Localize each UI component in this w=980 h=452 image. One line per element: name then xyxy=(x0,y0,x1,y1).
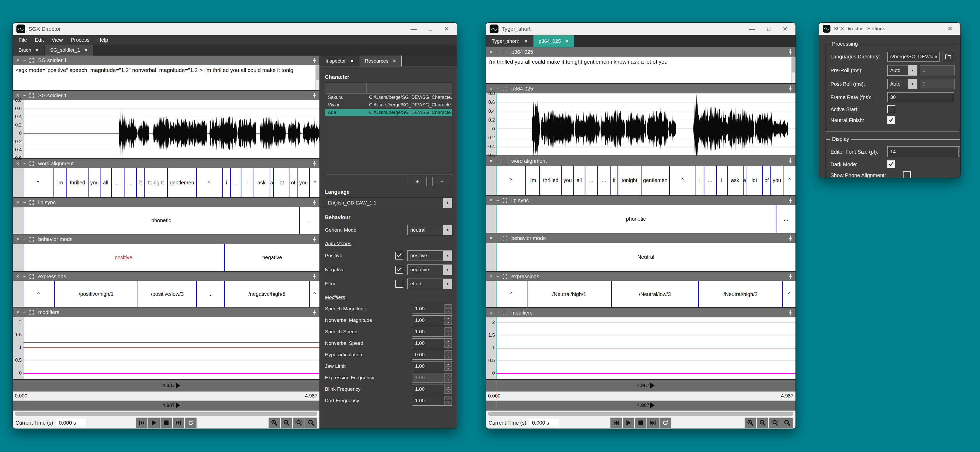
playhead[interactable] xyxy=(496,243,496,271)
skip-to-start-button[interactable] xyxy=(136,417,148,428)
character-table[interactable]: SakuraC:/Users/berge/SG_DEV/SG_Characte.… xyxy=(325,82,452,174)
modifiers-track[interactable] xyxy=(496,317,795,379)
timeline-overview-bar[interactable]: 4.987 xyxy=(486,380,795,392)
text-scrollbar-thumb[interactable] xyxy=(792,57,795,73)
close-button[interactable]: ✕ xyxy=(947,25,953,32)
segment-neutral-low-3[interactable]: /Neutral/low/3 xyxy=(611,281,698,307)
titlebar[interactable]: SGX Director - Settings ✕ xyxy=(819,23,961,35)
current-time-value[interactable]: 0.000 s xyxy=(56,419,86,427)
playhead[interactable] xyxy=(23,244,24,271)
negative-mode-select[interactable]: negative ▼ xyxy=(407,265,452,275)
document-tabs[interactable]: Batch✕SG_soldier_1✕ xyxy=(13,44,457,56)
loop-button[interactable] xyxy=(660,417,671,428)
pin-icon[interactable] xyxy=(788,198,792,203)
minimize-panel-icon[interactable]: − xyxy=(496,87,499,91)
titlebar[interactable]: Tyger_short — □ ✕ xyxy=(486,23,795,35)
close-panel-icon[interactable]: ✕ xyxy=(16,237,19,241)
close-panel-icon[interactable]: ✕ xyxy=(16,200,19,205)
segment-tonight[interactable]: tonight xyxy=(617,166,641,195)
pin-icon[interactable] xyxy=(788,86,792,92)
pin-icon[interactable] xyxy=(788,49,792,55)
pin-icon[interactable] xyxy=(312,274,316,279)
playhead[interactable] xyxy=(496,205,496,233)
segment-ask[interactable]: ask xyxy=(727,166,743,195)
effort-mode-checkbox[interactable] xyxy=(395,280,403,288)
segment-phonetic[interactable]: phonetic xyxy=(496,205,776,233)
float-panel-icon[interactable] xyxy=(30,237,34,241)
close-panel-icon[interactable]: ✕ xyxy=(16,274,19,279)
tab-close-icon[interactable]: ✕ xyxy=(35,48,39,53)
segment-i-m[interactable]: i'm xyxy=(53,168,65,197)
minimize-panel-icon[interactable]: − xyxy=(496,274,499,279)
window-tyger-short[interactable]: Tyger_short — □ ✕ Tyger_short*✕p364_025✕… xyxy=(486,22,796,429)
spin-down-icon[interactable]: ▼ xyxy=(444,344,452,348)
spin-down-icon[interactable]: ▼ xyxy=(444,378,452,382)
expressions-track[interactable]: ^/positive/high/1/positive/low/3.../nega… xyxy=(23,281,320,307)
pin-icon[interactable] xyxy=(312,236,316,242)
segment-all[interactable]: all xyxy=(100,168,111,197)
scrollbar-thumb[interactable] xyxy=(15,412,317,416)
segment-caret[interactable]: ^ xyxy=(496,166,525,195)
minimize-panel-icon[interactable]: − xyxy=(23,162,26,166)
minimize-button[interactable]: — xyxy=(749,26,755,32)
segment-gentlemen[interactable]: gentlemen xyxy=(167,168,196,197)
segment-caret[interactable]: ^ xyxy=(196,168,222,197)
spin-down-icon[interactable]: ▼ xyxy=(444,320,452,325)
spin-up-icon[interactable]: ▲ xyxy=(444,339,452,343)
character-row-vivian[interactable]: VivianC:/Users/berge/SG_DEV/SG_Characte.… xyxy=(325,101,452,109)
segment-caret[interactable]: ... xyxy=(196,281,224,307)
character-row-ada[interactable]: AdaC:/Users/berge/SG_DEV/SG_Characte... xyxy=(325,109,452,116)
pin-icon[interactable] xyxy=(312,161,316,167)
nonverbal-magnitude-stepper[interactable]: 1.00▲▼ xyxy=(412,315,452,325)
segment-you[interactable]: you xyxy=(297,168,309,197)
segment-it[interactable]: it xyxy=(611,166,617,195)
float-panel-icon[interactable] xyxy=(503,198,507,203)
language-select[interactable]: English_GB-EAW_1.1 ▼ xyxy=(325,198,452,208)
chevron-down-icon[interactable]: ▼ xyxy=(443,198,452,208)
spin-up-icon[interactable]: ▲ xyxy=(444,396,452,400)
expressions-track[interactable]: ^/Neutral/high/1/Neutral/low/3/Neutral/h… xyxy=(496,281,795,307)
expression-frequency-stepper[interactable]: 1.00▲▼ xyxy=(412,373,452,382)
spin-down-icon[interactable]: ▼ xyxy=(444,366,452,371)
script-text[interactable]: i'm thrilled you all could make it tonig… xyxy=(486,57,791,67)
segment-you[interactable]: you xyxy=(770,166,783,195)
script-text-editor[interactable]: <sgx mode="positive" speech_magnitude="1… xyxy=(13,65,315,90)
tab-close-icon[interactable]: ✕ xyxy=(84,48,88,53)
float-panel-icon[interactable] xyxy=(30,200,34,205)
modifier-curve[interactable] xyxy=(496,373,795,374)
float-panel-icon[interactable] xyxy=(503,50,507,54)
zoom-in-button[interactable] xyxy=(745,417,756,428)
editor-font-size-stepper[interactable]: 14 ▲ ▼ xyxy=(887,146,961,157)
segment-of[interactable]: of xyxy=(762,166,770,195)
panel-header[interactable]: ✕ − SG soldier 1 xyxy=(13,91,320,100)
modifier-curve[interactable] xyxy=(496,348,795,349)
close-panel-icon[interactable]: ✕ xyxy=(489,50,493,54)
minimize-panel-icon[interactable]: − xyxy=(23,237,26,241)
behavior-mode-track[interactable]: positivenegative xyxy=(23,244,320,271)
tab-tyger-short[interactable]: Tyger_short*✕ xyxy=(487,35,533,47)
minimize-panel-icon[interactable]: − xyxy=(23,94,26,98)
panel-header[interactable]: ✕ − expressions xyxy=(486,272,795,281)
scrollbar-thumb[interactable] xyxy=(488,412,793,416)
segment-thrilled[interactable]: thrilled xyxy=(539,166,562,195)
lip-sync-track[interactable]: phonetic... xyxy=(496,205,795,233)
segment-caret[interactable]: ^ xyxy=(309,168,320,197)
window-sgx-director[interactable]: SGX Director — □ ✕ FileEditViewProcessHe… xyxy=(13,22,457,429)
horizontal-scrollbar[interactable] xyxy=(486,411,795,417)
tab-close-icon[interactable]: ✕ xyxy=(524,39,528,44)
close-button[interactable]: ✕ xyxy=(783,26,788,32)
tab-close-icon[interactable]: ✕ xyxy=(350,59,354,64)
segment-caret[interactable]: ... xyxy=(597,166,611,195)
stop-button[interactable] xyxy=(635,417,646,428)
play-button[interactable] xyxy=(623,417,634,428)
hyperarticulation-stepper[interactable]: 0.00▲▼ xyxy=(412,350,452,360)
word-alignment-track[interactable]: ^i'mthrilledyouall......ittonightgentlem… xyxy=(496,166,795,195)
skip-to-end-button[interactable] xyxy=(173,417,184,428)
timeline-overview-bar[interactable]: 4.987 xyxy=(13,380,320,392)
minimize-button[interactable]: — xyxy=(410,26,417,32)
zoom-in-button[interactable] xyxy=(269,417,280,428)
playhead[interactable] xyxy=(496,281,496,307)
browse-folder-button[interactable] xyxy=(942,51,954,62)
panel-header[interactable]: ✕ − behavior mode xyxy=(486,233,795,243)
nonverbal-speed-stepper[interactable]: 1.00▲▼ xyxy=(412,338,452,348)
